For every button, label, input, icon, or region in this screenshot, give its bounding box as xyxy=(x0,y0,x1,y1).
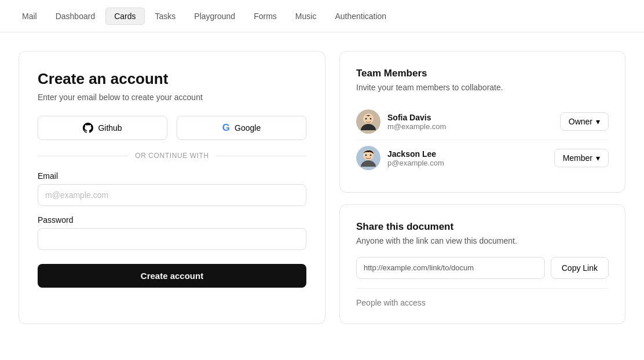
divider-text: OR CONTINUE WITH xyxy=(135,152,209,160)
create-account-subtitle: Enter your email below to create your ac… xyxy=(38,93,306,102)
navigation: MailDashboardCardsTasksPlaygroundFormsMu… xyxy=(0,0,644,32)
team-members-card: Team Members Invite your team members to… xyxy=(339,51,625,193)
divider-line-left xyxy=(38,156,128,156)
member-name: Jackson Lee xyxy=(387,149,547,159)
divider-line-right xyxy=(216,156,306,156)
create-account-card: Create an account Enter your email below… xyxy=(19,51,325,324)
member-info: Sofia Davis m@example.com xyxy=(387,113,553,131)
chevron-down-icon: ▾ xyxy=(596,117,600,126)
nav-item-tasks[interactable]: Tasks xyxy=(147,8,184,24)
role-label: Owner xyxy=(569,117,592,126)
svg-point-6 xyxy=(365,155,367,156)
email-label: Email xyxy=(38,171,306,181)
svg-point-2 xyxy=(365,118,367,120)
chevron-down-icon: ▾ xyxy=(596,153,600,163)
password-field-group: Password xyxy=(38,215,306,250)
people-with-access-label: People with access xyxy=(356,288,609,307)
main-content: Create an account Enter your email below… xyxy=(0,32,644,343)
share-subtitle: Anyone with the link can view this docum… xyxy=(356,236,609,245)
email-field-group: Email xyxy=(38,171,306,206)
share-link-display: http://example.com/link/to/docum xyxy=(356,257,545,279)
svg-point-3 xyxy=(370,118,372,120)
share-link-row: http://example.com/link/to/docum Copy Li… xyxy=(356,257,609,279)
create-account-title: Create an account xyxy=(38,70,306,88)
right-column: Team Members Invite your team members to… xyxy=(339,51,625,324)
member-email: p@example.com xyxy=(387,159,547,167)
nav-item-cards[interactable]: Cards xyxy=(105,8,144,25)
google-icon: G xyxy=(222,122,230,134)
member-name: Sofia Davis xyxy=(387,113,553,122)
github-button-label: Github xyxy=(98,123,122,133)
share-document-card: Share this document Anyone with the link… xyxy=(339,204,625,324)
nav-item-mail[interactable]: Mail xyxy=(14,8,45,24)
team-members-subtitle: Invite your team members to collaborate. xyxy=(356,83,609,92)
divider: OR CONTINUE WITH xyxy=(38,152,306,160)
email-input[interactable] xyxy=(38,184,306,206)
github-button[interactable]: Github xyxy=(38,116,167,140)
password-label: Password xyxy=(38,215,306,225)
members-list: Sofia Davis m@example.com Owner ▾ Jackso… xyxy=(356,104,609,176)
svg-point-7 xyxy=(370,155,372,156)
nav-item-forms[interactable]: Forms xyxy=(246,8,285,24)
google-button-label: Google xyxy=(235,123,261,133)
avatar xyxy=(356,146,380,170)
create-account-button[interactable]: Create account xyxy=(38,264,306,288)
team-members-title: Team Members xyxy=(356,68,609,79)
member-row: Jackson Lee p@example.com Member ▾ xyxy=(356,139,609,176)
nav-item-dashboard[interactable]: Dashboard xyxy=(47,8,104,24)
member-email: m@example.com xyxy=(387,122,553,131)
member-row: Sofia Davis m@example.com Owner ▾ xyxy=(356,104,609,139)
copy-link-button[interactable]: Copy Link xyxy=(551,257,609,279)
role-button[interactable]: Owner ▾ xyxy=(560,112,609,131)
nav-item-music[interactable]: Music xyxy=(287,8,325,24)
role-label: Member xyxy=(563,153,592,163)
nav-item-playground[interactable]: Playground xyxy=(186,8,243,24)
password-input[interactable] xyxy=(38,228,306,250)
share-title: Share this document xyxy=(356,221,609,233)
member-info: Jackson Lee p@example.com xyxy=(387,149,547,167)
avatar xyxy=(356,109,380,134)
google-button[interactable]: G Google xyxy=(177,116,306,140)
github-icon xyxy=(83,123,93,133)
nav-item-authentication[interactable]: Authentication xyxy=(327,8,394,24)
oauth-buttons: Github G Google xyxy=(38,116,306,140)
role-button[interactable]: Member ▾ xyxy=(554,149,609,167)
